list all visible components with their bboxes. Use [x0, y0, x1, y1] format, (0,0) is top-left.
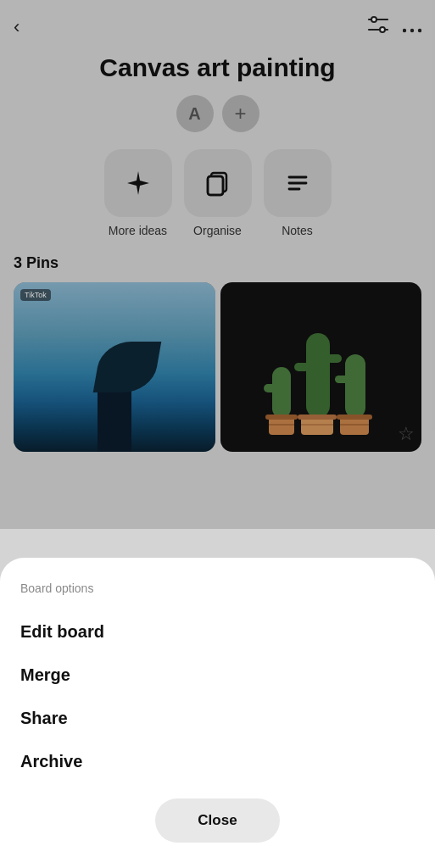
svg-point-3 — [380, 27, 385, 32]
copy-icon — [203, 168, 233, 198]
svg-point-4 — [403, 29, 406, 32]
close-button[interactable]: Close — [155, 798, 279, 843]
svg-point-6 — [418, 29, 421, 32]
svg-rect-19 — [335, 376, 349, 383]
svg-rect-16 — [294, 363, 310, 371]
notes-action[interactable]: Notes — [264, 149, 332, 237]
bottom-sheet: Board options Edit board Merge Share Arc… — [0, 558, 435, 868]
share-option[interactable]: Share — [20, 697, 415, 740]
lines-icon — [282, 168, 313, 198]
back-button[interactable]: ‹ — [14, 16, 20, 38]
board-title: Canvas art painting — [0, 46, 435, 95]
notes-label: Notes — [282, 224, 313, 237]
action-row: More ideas Organise Notes — [0, 149, 435, 237]
cactus-svg — [257, 308, 384, 443]
collaborators-row: A + — [0, 95, 435, 132]
more-ideas-action[interactable]: More ideas — [104, 149, 172, 237]
top-bar: ‹ — [0, 0, 435, 46]
more-ideas-label: More ideas — [109, 224, 167, 237]
sparkle-icon — [123, 168, 153, 198]
svg-rect-8 — [208, 176, 223, 195]
edit-board-option[interactable]: Edit board — [20, 610, 415, 654]
more-ideas-icon-box — [104, 149, 172, 217]
star-icon[interactable]: ☆ — [398, 423, 415, 445]
tiktok-badge: TikTok — [20, 289, 51, 301]
archive-option[interactable]: Archive — [20, 740, 415, 783]
notes-icon-box — [264, 149, 332, 217]
svg-point-2 — [371, 17, 376, 22]
organise-action[interactable]: Organise — [184, 149, 252, 237]
more-icon[interactable] — [403, 16, 421, 38]
filter-icon[interactable] — [367, 15, 389, 39]
organise-icon-box — [184, 149, 252, 217]
avatar[interactable]: A — [176, 95, 214, 132]
pin-card-cactus[interactable]: ☆ — [220, 282, 422, 452]
svg-rect-27 — [337, 415, 372, 420]
close-button-wrap: Close — [20, 798, 415, 843]
svg-rect-24 — [298, 415, 337, 420]
beach-painting — [14, 282, 215, 452]
svg-rect-21 — [265, 415, 298, 420]
cactus-painting — [220, 282, 422, 452]
merge-option[interactable]: Merge — [20, 654, 415, 697]
organise-label: Organise — [193, 224, 242, 237]
pins-grid: TikTok — [0, 282, 435, 452]
svg-rect-13 — [272, 367, 291, 418]
add-collaborator-button[interactable]: + — [222, 95, 259, 132]
svg-rect-14 — [264, 384, 276, 392]
svg-rect-15 — [306, 333, 330, 418]
pin-card-beach[interactable]: TikTok — [14, 282, 215, 452]
pins-count: 3 Pins — [0, 254, 435, 282]
svg-point-5 — [410, 29, 414, 32]
top-icons — [367, 15, 421, 39]
svg-rect-17 — [326, 354, 342, 363]
sheet-title: Board options — [20, 581, 415, 595]
svg-rect-18 — [345, 354, 365, 418]
